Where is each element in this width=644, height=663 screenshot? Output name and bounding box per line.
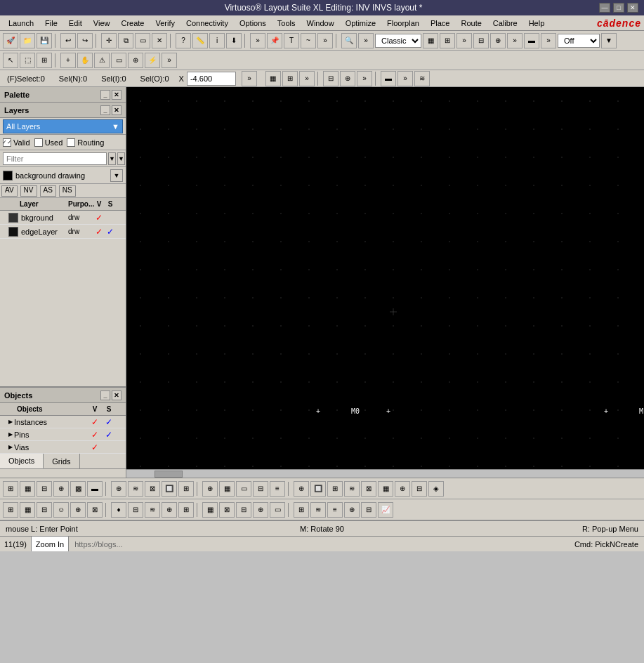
btb2-9[interactable]: ≋ (145, 502, 160, 518)
objects-row-instances[interactable]: ▶ Instances ✓ ✓ (0, 416, 126, 428)
btb-6[interactable]: ▬ (87, 481, 103, 497)
tb-more-2[interactable]: » (358, 33, 374, 48)
btb-4[interactable]: ⊕ (53, 481, 69, 497)
btb2-5[interactable]: ⊕ (70, 502, 86, 518)
tb-disp-more[interactable]: » (456, 33, 472, 48)
menu-file[interactable]: File (39, 18, 63, 29)
tb-net-btn[interactable]: ~ (301, 33, 316, 48)
btb2-18[interactable]: ≋ (310, 502, 326, 518)
btb2-14[interactable]: ⊟ (236, 502, 251, 518)
btb2-1[interactable]: ⊞ (3, 502, 18, 518)
menu-launch[interactable]: Launch (3, 18, 39, 29)
btb-12[interactable]: ⊕ (202, 481, 218, 497)
menu-options[interactable]: Options (234, 18, 272, 29)
bkground-v[interactable]: ✓ (93, 213, 105, 223)
btb-20[interactable]: ≋ (344, 481, 360, 497)
btb2-2[interactable]: ▦ (20, 502, 35, 518)
btb-11[interactable]: ⊞ (178, 481, 194, 497)
minimize-button[interactable]: — (599, 3, 610, 13)
tb-disp-5[interactable]: » (507, 33, 523, 48)
display-mode-dropdown[interactable]: Classic (375, 34, 421, 48)
btb-24[interactable]: ⊟ (412, 481, 427, 497)
rule-more[interactable]: » (397, 71, 413, 86)
tb2-snap[interactable]: ⊕ (128, 53, 143, 68)
layers-close-btn[interactable]: ✕ (112, 105, 121, 115)
h-scrollbar[interactable] (126, 469, 644, 478)
tb-zoom-btn[interactable]: » (317, 33, 333, 48)
btb2-6[interactable]: ⊠ (87, 502, 103, 518)
tb2-hand[interactable]: ✋ (77, 53, 93, 68)
btb-2[interactable]: ▦ (20, 481, 35, 497)
tb2-select[interactable]: ↖ (3, 53, 18, 68)
valid-checkbox[interactable]: ✓ Valid (3, 138, 30, 147)
h-scrollbar-thumb[interactable] (155, 471, 183, 478)
objects-close-btn[interactable]: ✕ (112, 390, 121, 400)
tb2-warn2[interactable]: ⚡ (145, 53, 160, 68)
wave-btn[interactable]: ≋ (414, 71, 430, 86)
btb2-19[interactable]: ≡ (327, 502, 343, 518)
btb-21[interactable]: ⊠ (361, 481, 376, 497)
btb-7[interactable]: ⊕ (111, 481, 126, 497)
btb-25[interactable]: ◈ (428, 481, 444, 497)
tb-disp-4[interactable]: ⊕ (490, 33, 506, 48)
layer-row-edgelayer[interactable]: edgeLayer drw ✓ ✓ (0, 225, 126, 239)
snap-btn2[interactable]: ⊕ (340, 71, 355, 86)
filter-options-btn[interactable]: ▼ (117, 152, 125, 165)
tb-props-btn[interactable]: i (209, 33, 225, 48)
btb-13[interactable]: ▦ (219, 481, 235, 497)
bg-drawing-options-btn[interactable]: ▼ (110, 169, 123, 182)
btb-18[interactable]: 🔲 (310, 481, 326, 497)
ns-btn[interactable]: NS (59, 185, 76, 197)
btb2-12[interactable]: ▦ (202, 502, 218, 518)
tab-objects[interactable]: Objects (0, 454, 44, 468)
btb2-13[interactable]: ⊠ (219, 502, 235, 518)
nv-btn[interactable]: NV (20, 185, 37, 197)
snap-btn[interactable]: ⊟ (323, 71, 339, 86)
menu-optimize[interactable]: Optimize (340, 18, 381, 29)
layers-minimize-btn[interactable]: _ (100, 105, 110, 115)
grid-btn-2[interactable]: ⊞ (282, 71, 298, 86)
menu-calibre[interactable]: Calibre (487, 18, 523, 29)
grid-btn-1[interactable]: ▦ (265, 71, 281, 86)
edgelayer-s[interactable]: ✓ (105, 227, 116, 237)
tb2-more[interactable]: » (162, 53, 177, 68)
routing-checkbox[interactable]: Routing (67, 138, 104, 147)
btb2-15[interactable]: ⊕ (253, 502, 268, 518)
menu-route[interactable]: Route (455, 18, 487, 29)
tb-pin-btn[interactable]: 📌 (267, 33, 282, 48)
tb-redo-btn[interactable]: ↪ (77, 33, 93, 48)
av-btn[interactable]: AV (1, 185, 18, 197)
menu-edit[interactable]: Edit (63, 18, 88, 29)
menu-window[interactable]: Window (301, 18, 340, 29)
window-controls[interactable]: — □ ✕ (599, 3, 638, 13)
layers-controls[interactable]: _ ✕ (100, 105, 121, 115)
tab-grids[interactable]: Grids (44, 454, 79, 468)
tb2-rect[interactable]: ▭ (111, 53, 126, 68)
tb-ruler-btn[interactable]: 📏 (192, 33, 208, 48)
btb2-21[interactable]: ⊟ (361, 502, 376, 518)
off-dropdown[interactable]: Off (558, 34, 600, 48)
instances-s[interactable]: ✓ (102, 417, 116, 427)
tb-disp-1[interactable]: ▦ (423, 33, 438, 48)
tb-hier-btn[interactable]: ⬇ (226, 33, 242, 48)
layer-row-bkground[interactable]: bkground drw ✓ (0, 211, 126, 225)
zoom-in-cell[interactable]: Zoom In (32, 537, 69, 551)
edgelayer-v[interactable]: ✓ (93, 227, 105, 237)
btb2-11[interactable]: ⊞ (178, 502, 194, 518)
routing-cb-box[interactable] (67, 138, 75, 147)
bg-drawing-row[interactable]: background drawing ▼ (0, 167, 126, 184)
btb2-3[interactable]: ⊟ (37, 502, 52, 518)
tb-zoomin-btn[interactable]: 🔍 (341, 33, 357, 48)
used-cb-box[interactable] (34, 138, 43, 147)
tb-launch-btn[interactable]: 🚀 (3, 33, 18, 48)
used-checkbox[interactable]: Used (34, 138, 63, 147)
layer-filter-input[interactable] (3, 152, 107, 165)
btb2-4[interactable]: ☺ (53, 502, 69, 518)
palette-minimize-btn[interactable]: _ (100, 90, 110, 100)
as-btn[interactable]: AS (40, 185, 56, 197)
maximize-button[interactable]: □ (613, 3, 624, 13)
close-button[interactable]: ✕ (627, 3, 638, 13)
btb2-10[interactable]: ⊕ (162, 502, 177, 518)
tb-undo-btn[interactable]: ↩ (60, 33, 76, 48)
tb-arrow-btn[interactable]: ▼ (601, 33, 617, 48)
